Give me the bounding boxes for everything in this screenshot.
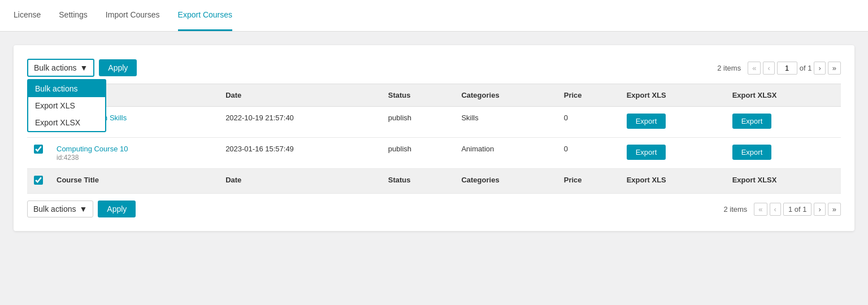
dropdown-item-bulk-actions[interactable]: Bulk actions bbox=[28, 80, 105, 97]
pag-page-input-top[interactable] bbox=[777, 62, 797, 75]
footer-status-label: Status bbox=[381, 169, 455, 194]
footer-checkbox-cell bbox=[27, 169, 50, 194]
row2-course-id: id:4238 bbox=[57, 154, 79, 162]
header-export-xls: Export XLS bbox=[620, 84, 726, 107]
table-row: Communication Skills id:3065 2022-10-19 … bbox=[27, 107, 841, 138]
row1-price: 0 bbox=[557, 107, 620, 138]
row1-date: 2022-10-19 21:57:40 bbox=[219, 107, 381, 138]
row2-export-xls-btn[interactable]: Export bbox=[627, 145, 666, 160]
row2-price: 0 bbox=[557, 138, 620, 169]
tab-settings[interactable]: Settings bbox=[59, 0, 88, 31]
bulk-actions-label-top: Bulk actions bbox=[34, 63, 76, 72]
footer-categories-label: Categories bbox=[454, 169, 557, 194]
row1-export-xls-cell: Export bbox=[620, 107, 726, 138]
pag-first-btn-bottom[interactable]: « bbox=[754, 203, 767, 216]
pag-last-btn-bottom[interactable]: » bbox=[828, 203, 841, 216]
header-categories: Categories bbox=[454, 84, 557, 107]
row1-status: publish bbox=[381, 107, 455, 138]
row2-title-cell: Computing Course 10 id:4238 bbox=[50, 138, 219, 169]
pag-last-btn-top[interactable]: » bbox=[828, 62, 841, 75]
row1-export-xlsx-cell: Export bbox=[726, 107, 841, 138]
row1-export-xlsx-btn[interactable]: Export bbox=[732, 114, 772, 129]
pag-page-label-bottom: 1 of 1 bbox=[783, 203, 812, 216]
header-export-xlsx: Export XLSX bbox=[726, 84, 841, 107]
row2-date: 2023-01-16 15:57:49 bbox=[219, 138, 381, 169]
page-content: Bulk actions ▼ Apply Bulk actions Export… bbox=[0, 32, 868, 245]
bottom-toolbar: Bulk actions ▼ Apply 2 items « ‹ 1 of 1 … bbox=[27, 201, 841, 217]
pag-prev-btn-top[interactable]: ‹ bbox=[763, 62, 774, 75]
footer-export-xls-label: Export XLS bbox=[620, 169, 726, 194]
tab-import-courses[interactable]: Import Courses bbox=[106, 0, 160, 31]
courses-table: Course Title Date Status Categories Pric… bbox=[27, 84, 841, 194]
dropdown-item-export-xls[interactable]: Export XLS bbox=[28, 97, 105, 114]
row2-course-title-link[interactable]: Computing Course 10 bbox=[57, 145, 212, 153]
pagination-bottom: 2 items « ‹ 1 of 1 › » bbox=[723, 203, 841, 216]
table-row: Computing Course 10 id:4238 2023-01-16 1… bbox=[27, 138, 841, 169]
pagination-top: 2 items « ‹ of 1 › » bbox=[717, 62, 841, 75]
row2-export-xls-cell: Export bbox=[620, 138, 726, 169]
row2-status: publish bbox=[381, 138, 455, 169]
table-body: Communication Skills id:3065 2022-10-19 … bbox=[27, 107, 841, 194]
items-count-top: 2 items bbox=[717, 64, 741, 72]
main-card: Bulk actions ▼ Apply Bulk actions Export… bbox=[14, 45, 854, 231]
row1-categories: Skills bbox=[454, 107, 557, 138]
row1-export-xls-btn[interactable]: Export bbox=[627, 114, 666, 129]
top-toolbar: Bulk actions ▼ Apply Bulk actions Export… bbox=[27, 59, 841, 77]
bulk-actions-label-bottom: Bulk actions bbox=[33, 204, 76, 213]
header-price: Price bbox=[557, 84, 620, 107]
top-navigation: License Settings Import Courses Export C… bbox=[0, 0, 868, 32]
pag-next-btn-top[interactable]: › bbox=[814, 62, 825, 75]
apply-button-top[interactable]: Apply bbox=[99, 59, 137, 76]
chevron-down-icon: ▼ bbox=[80, 63, 88, 72]
footer-checkbox[interactable] bbox=[34, 176, 43, 185]
row2-export-xlsx-btn[interactable]: Export bbox=[732, 145, 772, 160]
dropdown-item-export-xlsx[interactable]: Export XLSX bbox=[28, 114, 105, 131]
pag-prev-btn-bottom[interactable]: ‹ bbox=[770, 203, 781, 216]
row2-categories: Animation bbox=[454, 138, 557, 169]
tab-license[interactable]: License bbox=[14, 0, 41, 31]
header-date: Date bbox=[219, 84, 381, 107]
footer-price-label: Price bbox=[557, 169, 620, 194]
bulk-actions-dropdown-bottom[interactable]: Bulk actions ▼ bbox=[27, 201, 93, 217]
bulk-actions-dropdown-menu: Bulk actions Export XLS Export XLSX bbox=[27, 79, 106, 132]
pag-first-btn-top[interactable]: « bbox=[748, 62, 761, 75]
table-footer-row: Course Title Date Status Categories Pric… bbox=[27, 169, 841, 194]
pag-total-top: of 1 bbox=[800, 64, 812, 72]
bulk-actions-dropdown-top[interactable]: Bulk actions ▼ bbox=[27, 59, 94, 77]
row2-checkbox[interactable] bbox=[34, 145, 43, 154]
footer-export-xlsx-label: Export XLSX bbox=[726, 169, 841, 194]
apply-button-bottom[interactable]: Apply bbox=[98, 201, 136, 217]
table-header: Course Title Date Status Categories Pric… bbox=[27, 84, 841, 107]
tab-export-courses[interactable]: Export Courses bbox=[178, 0, 232, 31]
chevron-down-icon-bottom: ▼ bbox=[79, 204, 87, 213]
footer-date-label: Date bbox=[219, 169, 381, 194]
footer-course-title-label: Course Title bbox=[50, 169, 219, 194]
toolbar-left: Bulk actions ▼ Apply Bulk actions Export… bbox=[27, 59, 137, 77]
bottom-toolbar-left: Bulk actions ▼ Apply bbox=[27, 201, 136, 217]
row2-export-xlsx-cell: Export bbox=[726, 138, 841, 169]
header-status: Status bbox=[381, 84, 455, 107]
items-count-bottom: 2 items bbox=[723, 205, 747, 213]
pag-next-btn-bottom[interactable]: › bbox=[814, 203, 825, 216]
row2-checkbox-cell bbox=[27, 138, 50, 169]
